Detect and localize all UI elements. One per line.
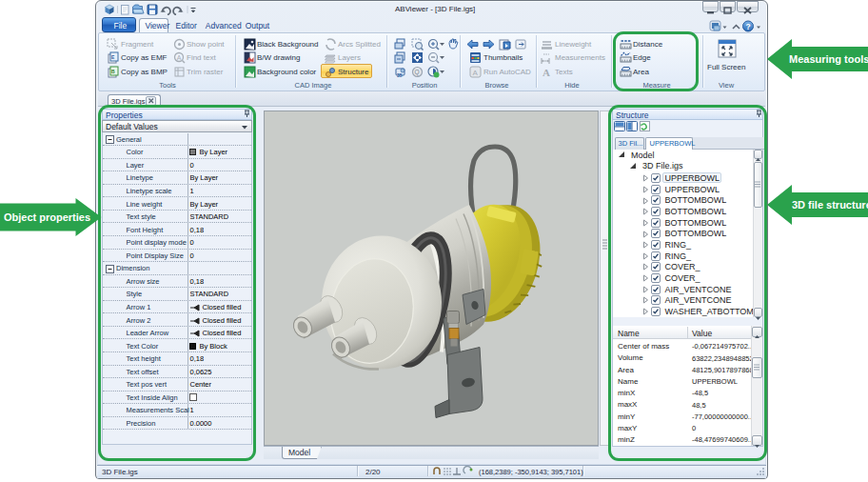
svg-text:Q: Q (414, 69, 419, 76)
svg-text:?: ? (745, 22, 750, 31)
svg-text:A: A (473, 69, 479, 77)
svg-text:B: B (111, 69, 115, 74)
svg-text:A: A (177, 54, 182, 61)
svg-text:35: 35 (397, 72, 403, 78)
svg-text:A: A (542, 67, 550, 78)
